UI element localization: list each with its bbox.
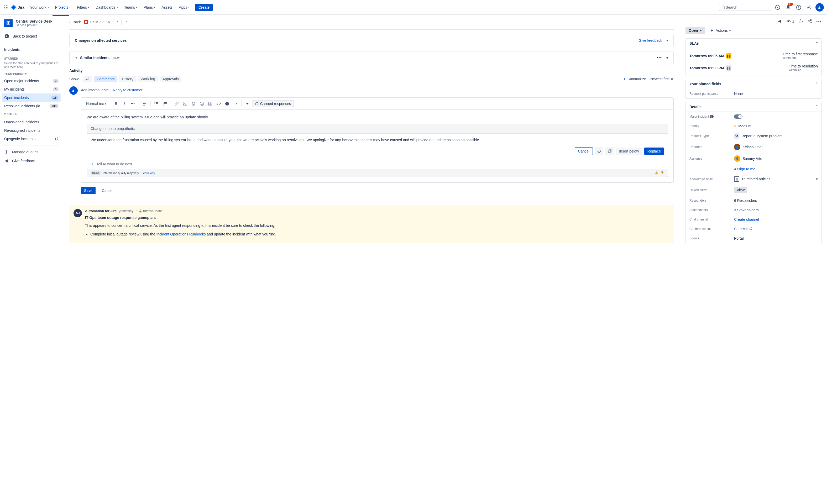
filter-approvals[interactable]: Approvals xyxy=(160,76,182,82)
ai-button[interactable]: ✦ xyxy=(244,100,251,107)
field-stakeholders[interactable]: Stakeholders 3 Stakeholders xyxy=(686,205,822,215)
sidebar-item-open-incidents[interactable]: Open incidents 18 xyxy=(2,93,61,102)
nav-apps[interactable]: Apps▾ xyxy=(176,3,192,11)
nav-dashboards[interactable]: Dashboards▾ xyxy=(93,3,120,11)
like-button[interactable] xyxy=(798,19,803,23)
text-style-dropdown[interactable]: Normal tex▾ xyxy=(85,101,108,107)
nav-assets[interactable]: Assets xyxy=(159,3,175,11)
bullet-list-button[interactable] xyxy=(153,100,160,107)
details-header[interactable]: Details ˄ xyxy=(686,102,822,112)
more-formatting-button[interactable]: ••• xyxy=(129,100,137,107)
more-actions-button[interactable]: ••• xyxy=(816,19,822,23)
back-button[interactable]: ‹ Back xyxy=(69,20,81,24)
search-box[interactable] xyxy=(719,4,771,11)
filter-comments[interactable]: Comments xyxy=(94,76,117,82)
nav-plans[interactable]: Plans▾ xyxy=(141,3,158,11)
editor-body[interactable]: We are aware of the billing system issue… xyxy=(81,110,673,182)
tab-internal-note[interactable]: Add internal note xyxy=(81,86,109,94)
emoji-button[interactable] xyxy=(198,100,205,107)
sidebar-manage-queues[interactable]: Manage queues xyxy=(2,148,61,156)
mention-button[interactable]: @ xyxy=(190,100,197,107)
share-button[interactable] xyxy=(807,19,812,23)
sidebar-item-reassigned[interactable]: Re-assigned incidents xyxy=(2,126,61,135)
field-assignee[interactable]: Assignee 👤Sammy Vito xyxy=(686,153,822,164)
field-knowledge-base[interactable]: Knowledge base ▤15 related articles▾ xyxy=(686,174,822,184)
filter-worklog[interactable]: Work log xyxy=(138,76,158,82)
numbered-list-button[interactable]: 123 xyxy=(161,100,168,107)
code-button[interactable] xyxy=(215,100,223,107)
issue-key-link[interactable]: ITSM-17116 xyxy=(84,20,110,24)
image-button[interactable] xyxy=(182,100,189,107)
give-feedback-link[interactable]: Give feedback xyxy=(639,38,663,43)
feedback-icon[interactable] xyxy=(777,19,782,23)
tab-reply-customer[interactable]: Reply to customer xyxy=(113,86,143,94)
field-request-type[interactable]: Request Type ⚗Report a system problem xyxy=(686,131,822,141)
save-button[interactable]: Save xyxy=(81,187,96,194)
filter-history[interactable]: History xyxy=(119,76,136,82)
status-dropdown[interactable]: Open ▾ xyxy=(685,27,704,34)
ai-replace-button[interactable]: Replace xyxy=(644,148,664,155)
next-issue-button[interactable]: ˅ xyxy=(123,19,131,25)
link-button[interactable] xyxy=(173,100,180,107)
nav-filters[interactable]: Filters▾ xyxy=(74,3,92,11)
major-incident-toggle[interactable] xyxy=(734,114,742,119)
ai-insert-below-button[interactable]: Insert below xyxy=(616,148,642,155)
sidebar-item-unassigned[interactable]: Unassigned incidents xyxy=(2,118,61,126)
start-call-link[interactable]: Start call xyxy=(734,227,752,231)
italic-button[interactable]: I xyxy=(121,100,128,107)
chevron-down-icon[interactable]: ▾ xyxy=(666,38,668,43)
more-icon[interactable]: ••• xyxy=(656,56,662,60)
search-input[interactable] xyxy=(726,5,772,9)
sidebar-item-opsgenie[interactable]: Opsgenie incidents xyxy=(2,135,61,143)
sidebar-other-section[interactable]: ▾ OTHER xyxy=(2,110,61,118)
ai-cancel-button[interactable]: Cancel xyxy=(575,147,593,155)
sidebar-item-open-major[interactable]: Open major incidents 0 xyxy=(2,77,61,85)
ai-copy-button[interactable] xyxy=(605,147,614,155)
compass-icon[interactable] xyxy=(773,3,782,11)
runbooks-link[interactable]: Incident Operations Runbooks xyxy=(156,232,205,236)
bold-button[interactable]: B xyxy=(112,100,120,107)
cancel-button[interactable]: Cancel xyxy=(99,187,116,194)
field-major-incident[interactable]: Major incident i xyxy=(686,112,822,121)
sidebar-give-feedback[interactable]: Give feedback xyxy=(2,156,61,165)
field-reporter[interactable]: Reporter 👤Keisha Onai xyxy=(686,141,822,153)
watchers-button[interactable]: 1 xyxy=(786,19,794,23)
summarize-button[interactable]: ✦ Summarize xyxy=(623,77,646,81)
chevron-down-icon[interactable]: ▾ xyxy=(666,56,668,60)
ai-retry-button[interactable] xyxy=(595,147,603,155)
add-button[interactable]: +▾ xyxy=(232,100,239,107)
ai-learn-why-link[interactable]: Learn why xyxy=(142,171,155,174)
canned-responses-button[interactable]: Canned responses xyxy=(252,100,294,107)
user-avatar[interactable] xyxy=(816,3,824,11)
prev-issue-button[interactable]: ˄ xyxy=(113,19,121,25)
jira-logo[interactable]: Jira xyxy=(10,4,25,10)
field-priority[interactable]: Priority ≡Medium xyxy=(686,121,822,131)
sidebar-item-my-incidents[interactable]: My incidents 0 xyxy=(2,85,61,93)
back-to-project[interactable]: Back to project xyxy=(2,32,61,41)
pinned-fields-header[interactable]: Your pinned fields ˄ xyxy=(686,79,822,89)
help-icon[interactable]: ? xyxy=(794,3,803,11)
text-color-button[interactable]: A▾ xyxy=(141,100,148,107)
thumbs-up-button[interactable]: 👍 xyxy=(654,171,658,174)
create-button[interactable]: Create xyxy=(195,4,213,11)
create-channel-link[interactable]: Create channel xyxy=(734,217,759,221)
field-responders[interactable]: Responders 6 Responders xyxy=(686,196,822,205)
app-switcher-icon[interactable] xyxy=(3,4,9,10)
sort-button[interactable]: Newest first ⇅ xyxy=(650,77,674,81)
filter-all[interactable]: All xyxy=(83,76,92,82)
thumbs-down-button[interactable]: 👎 xyxy=(660,171,664,174)
info-button[interactable]: i xyxy=(224,100,231,107)
field-request-participants[interactable]: Request participants None xyxy=(686,89,822,98)
notifications-icon[interactable]: 9+ xyxy=(784,3,792,11)
settings-icon[interactable] xyxy=(805,3,813,11)
nav-projects[interactable]: Projects▾ xyxy=(52,3,74,11)
assign-to-me-link[interactable]: Assign to me xyxy=(734,167,755,171)
sidebar-item-resolved-incidents[interactable]: Resolved incidents (la... 238 xyxy=(2,102,61,110)
actions-dropdown[interactable]: Actions ▾ xyxy=(707,27,734,34)
slas-header[interactable]: SLAs ˄ xyxy=(686,39,822,48)
table-button[interactable] xyxy=(207,100,214,107)
view-alerts-button[interactable]: View xyxy=(734,187,747,193)
nav-your-work[interactable]: Your work▾ xyxy=(28,3,51,11)
nav-teams[interactable]: Teams▾ xyxy=(121,3,140,11)
ai-followup-input[interactable]: ✦ Tell AI what to do next xyxy=(87,159,668,169)
